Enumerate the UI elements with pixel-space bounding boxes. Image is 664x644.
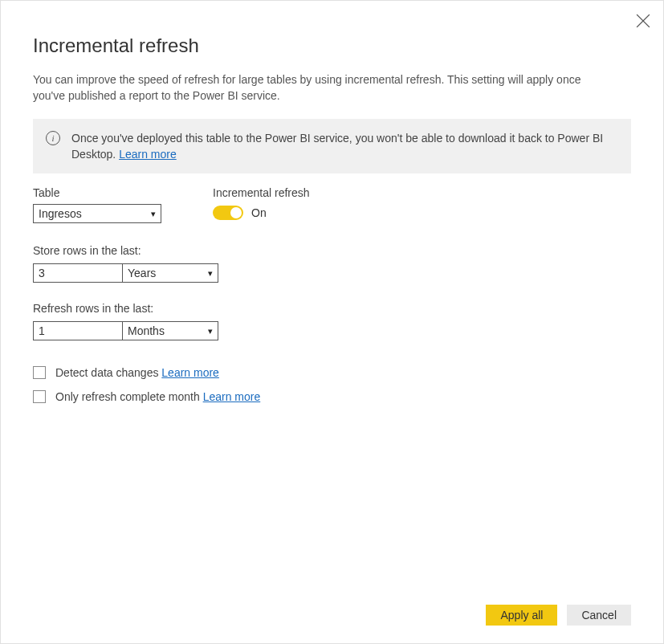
detect-learn-more-link[interactable]: Learn more bbox=[161, 366, 219, 379]
detect-data-changes-label: Detect data changes Learn more bbox=[55, 366, 219, 379]
info-banner-text: Once you've deployed this table to the P… bbox=[71, 130, 618, 163]
refresh-rows-unit-select[interactable]: Months bbox=[122, 321, 218, 340]
incremental-refresh-toggle[interactable] bbox=[213, 206, 243, 220]
only-complete-month-label: Only refresh complete month Learn more bbox=[55, 390, 260, 403]
only-complete-month-checkbox[interactable] bbox=[33, 390, 46, 403]
dialog-title: Incremental refresh bbox=[33, 35, 631, 57]
refresh-rows-value-input[interactable]: 1 bbox=[33, 321, 123, 340]
store-rows-unit: Years bbox=[128, 267, 156, 279]
table-label: Table bbox=[33, 186, 161, 199]
table-select-value: Ingresos bbox=[39, 207, 82, 220]
toggle-label: Incremental refresh bbox=[213, 186, 310, 199]
cancel-button[interactable]: Cancel bbox=[567, 605, 631, 626]
info-banner: i Once you've deployed this table to the… bbox=[33, 119, 631, 174]
store-rows-value-input[interactable]: 3 bbox=[33, 263, 123, 283]
info-learn-more-link[interactable]: Learn more bbox=[119, 148, 177, 161]
detect-data-changes-checkbox[interactable] bbox=[33, 366, 46, 379]
store-rows-label: Store rows in the last: bbox=[33, 244, 631, 257]
table-select[interactable]: Ingresos bbox=[33, 204, 161, 223]
complete-learn-more-link[interactable]: Learn more bbox=[203, 390, 261, 403]
toggle-knob bbox=[230, 207, 242, 218]
close-icon[interactable] bbox=[636, 14, 650, 28]
store-rows-unit-select[interactable]: Years bbox=[122, 263, 218, 283]
complete-text: Only refresh complete month bbox=[55, 390, 203, 403]
store-rows-value: 3 bbox=[39, 267, 45, 279]
refresh-rows-value: 1 bbox=[39, 324, 45, 337]
detect-text: Detect data changes bbox=[55, 366, 161, 379]
dialog-subtitle: You can improve the speed of refresh for… bbox=[33, 71, 595, 104]
apply-all-button[interactable]: Apply all bbox=[486, 605, 557, 626]
refresh-rows-unit: Months bbox=[128, 324, 165, 337]
incremental-refresh-dialog: Incremental refresh You can improve the … bbox=[0, 0, 664, 644]
dialog-footer: Apply all Cancel bbox=[33, 605, 631, 626]
info-icon: i bbox=[46, 131, 60, 145]
toggle-state-label: On bbox=[251, 206, 267, 219]
refresh-rows-label: Refresh rows in the last: bbox=[33, 302, 631, 315]
